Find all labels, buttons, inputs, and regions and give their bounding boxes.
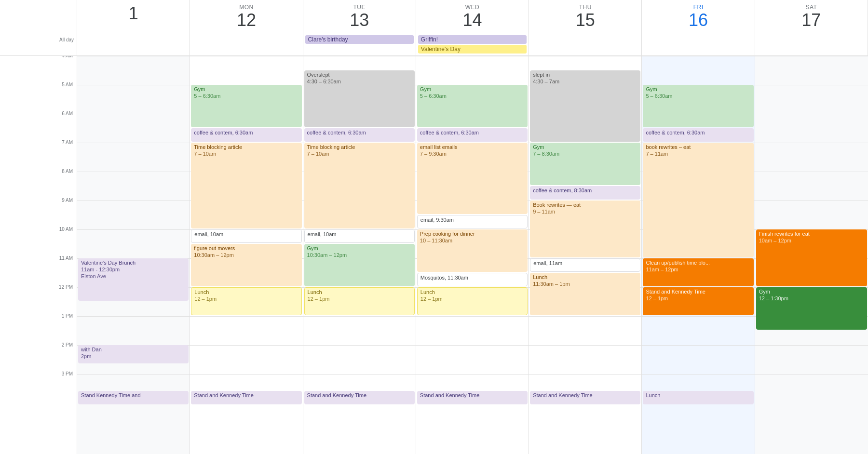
tue-coffee-event[interactable]: coffee & contem, 6:30am [304, 128, 415, 142]
header-wed: Wed 14 [416, 0, 529, 34]
mon-stand-kennedy[interactable]: Stand and Kennedy Time [191, 391, 301, 404]
griffin-event[interactable]: Griffin! [418, 35, 527, 44]
wed-email-930[interactable]: email, 9:30am [417, 215, 528, 228]
header-tue: Tue 13 [303, 0, 416, 34]
sat-finish-rewrites-event[interactable]: Finish rewrites for eat 10am – 12pm [756, 229, 867, 286]
mon-email-event[interactable]: email, 10am [191, 229, 301, 243]
day-col-fri: Gym 5 – 6:30am coffee & contem, 6:30am b… [642, 56, 755, 454]
all-day-thu [529, 34, 642, 55]
mon-gym-event[interactable]: Gym 5 – 6:30am [191, 85, 301, 127]
wed-prep-cooking-event[interactable]: Prep cooking for dinner 10 – 11:30am [417, 229, 528, 272]
wed-stand-kennedy[interactable]: Stand and Kennedy Time [417, 391, 528, 404]
tue-lunch-event[interactable]: Lunch 12 – 1pm [304, 287, 415, 315]
calendar-header: 1 Mon 12 Tue 13 Wed 14 Thu 15 Fri 16 Sat… [0, 0, 868, 34]
header-time-gutter [0, 0, 77, 34]
all-day-mon [190, 34, 303, 55]
with-dan-event[interactable]: with Dan 2pm [78, 345, 189, 363]
calendar-body: 4 AM 5 AM 6 AM 7 AM 8 AM 9 AM 10 AM 11 A… [0, 56, 868, 454]
thu-lunch-event[interactable]: Lunch 11:30am – 1pm [530, 273, 640, 315]
mon-time-blocking-event[interactable]: Time blocking article 7 – 10am [191, 143, 301, 228]
wed-lunch-event[interactable]: Lunch 12 – 1pm [417, 287, 528, 315]
thu-gym-event[interactable]: Gym 7 – 8:30am [530, 143, 640, 185]
fri-lunch-bottom[interactable]: Lunch [643, 391, 753, 404]
valentines-day-event[interactable]: Valentine's Day [418, 45, 527, 54]
time-gutter: 4 AM 5 AM 6 AM 7 AM 8 AM 9 AM 10 AM 11 A… [0, 56, 77, 454]
thu-slept-in-event[interactable]: slept in 4:30 – 7am [530, 70, 640, 142]
header-sun: 1 [77, 0, 190, 34]
header-mon: Mon 12 [190, 0, 303, 34]
valentines-brunch-event[interactable]: Valentine's Day Brunch 11am - 12:30pm El… [78, 258, 189, 301]
day-col-sat: Finish rewrites for eat 10am – 12pm Gym … [755, 56, 868, 454]
day-col-sun: Valentine's Day Brunch 11am - 12:30pm El… [77, 56, 190, 454]
thu-book-rewrites-event[interactable]: Book rewrites — eat 9 – 11am [530, 201, 640, 257]
tue-stand-kennedy[interactable]: Stand and Kennedy Time [304, 391, 415, 404]
wed-email-list-event[interactable]: email list emails 7 – 9:30am [417, 143, 528, 214]
day-col-wed: Gym 5 – 6:30am coffee & contem, 6:30am e… [416, 56, 529, 454]
mon-lunch-event[interactable]: Lunch 12 – 1pm [191, 287, 301, 315]
all-day-sun [77, 34, 190, 55]
all-day-sat [755, 34, 868, 55]
day-col-mon: Gym 5 – 6:30am coffee & contem, 6:30am T… [190, 56, 303, 454]
day-col-thu: slept in 4:30 – 7am Gym 7 – 8:30am coffe… [529, 56, 642, 454]
fri-coffee-event[interactable]: coffee & contem, 6:30am [643, 128, 753, 142]
calendar-container: 1 Mon 12 Tue 13 Wed 14 Thu 15 Fri 16 Sat… [0, 0, 868, 455]
fri-gym-event[interactable]: Gym 5 – 6:30am [643, 85, 753, 127]
wed-coffee-event[interactable]: coffee & contem, 6:30am [417, 128, 528, 142]
tue-gym-event[interactable]: Gym 10:30am – 12pm [304, 244, 415, 286]
tue-overslept-event[interactable]: Overslept 4:30 – 6:30am [304, 70, 415, 127]
all-day-fri [642, 34, 755, 55]
all-day-row: All day Clare's birthday Griffin! Valent… [0, 34, 868, 56]
clares-birthday-event[interactable]: Clare's birthday [305, 35, 414, 44]
thu-stand-kennedy[interactable]: Stand and Kennedy Time [530, 391, 640, 404]
wed-mosquitos-event[interactable]: Mosquitos, 11:30am [417, 273, 528, 286]
tue-time-blocking-event[interactable]: Time blocking article 7 – 10am [304, 143, 415, 228]
stand-kennedy-time-sun[interactable]: Stand Kennedy Time and [78, 391, 189, 404]
tue-email-event[interactable]: email, 10am [304, 229, 415, 243]
mon-coffee-event[interactable]: coffee & contem, 6:30am [191, 128, 301, 142]
mon-movers-event[interactable]: figure out movers 10:30am – 12pm [191, 244, 301, 286]
wed-gym-event[interactable]: Gym 5 – 6:30am [417, 85, 528, 127]
thu-coffee-event[interactable]: coffee & contem, 8:30am [530, 186, 640, 200]
day-col-tue: Overslept 4:30 – 6:30am coffee & contem,… [303, 56, 416, 454]
all-day-tue: Clare's birthday [303, 34, 416, 55]
thu-email-11[interactable]: email, 11am [530, 258, 640, 272]
all-day-label-cell: All day [0, 34, 77, 55]
header-fri: Fri 16 [642, 0, 755, 34]
all-day-wed: Griffin! Valentine's Day [416, 34, 529, 55]
header-thu: Thu 15 [529, 0, 642, 34]
fri-stand-kennedy-event[interactable]: Stand and Kennedy Time 12 – 1pm [643, 287, 753, 315]
sat-gym-event[interactable]: Gym 12 – 1:30pm [756, 287, 867, 330]
fri-cleanup-event[interactable]: Clean up/publish time blo... 11am – 12pm [643, 258, 753, 286]
fri-book-rewrites-event[interactable]: book rewrites – eat 7 – 11am [643, 143, 753, 257]
header-sat: Sat 17 [755, 0, 868, 34]
